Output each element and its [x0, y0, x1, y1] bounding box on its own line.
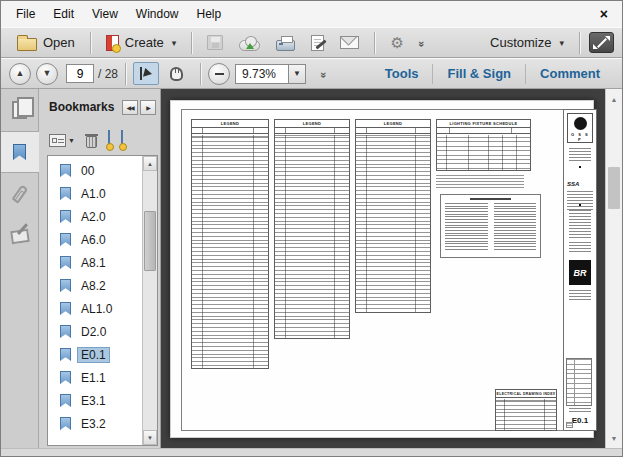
drawing-index-rows	[496, 399, 556, 430]
zoom-level-label: 9.73%	[242, 67, 276, 81]
drawing-index-table: ELECTRICAL DRAWING INDEX	[495, 389, 557, 431]
print-button[interactable]	[268, 31, 303, 55]
bookmark-flag-icon	[60, 187, 71, 200]
firm-logo-letters: G S S P	[568, 132, 592, 142]
bookmark-flag-icon	[60, 325, 71, 338]
highlight-current-bookmark-button[interactable]	[121, 131, 123, 149]
bookmark-flag-icon	[60, 210, 71, 223]
lighting-fixture-schedule: LIGHTING FIXTURE SCHEDULE	[436, 119, 531, 171]
options-list-icon	[49, 134, 66, 147]
bookmark-list-item[interactable]: E3.2	[48, 412, 157, 435]
minus-icon	[215, 73, 224, 75]
bookmark-options-button[interactable]: ▼	[49, 134, 75, 147]
bookmark-flag-icon	[60, 348, 71, 361]
zoom-out-button[interactable]	[208, 63, 230, 85]
email-button[interactable]	[332, 32, 367, 53]
menu-item[interactable]: Help	[188, 3, 231, 25]
divider-dot	[579, 166, 581, 168]
page-thumbnails-tab[interactable]	[1, 89, 39, 131]
consultant-logo-mark: BR	[569, 260, 591, 285]
comment-pane-button[interactable]: Comment	[526, 62, 614, 85]
menu-item[interactable]: Edit	[44, 3, 83, 25]
bookmark-list-item[interactable]: A8.1	[48, 251, 157, 274]
document-scrollbar[interactable]: ▲ ▼	[605, 89, 622, 448]
select-tool-icon	[140, 67, 142, 80]
scrollbar-thumb[interactable]	[608, 167, 620, 209]
expand-panel-button[interactable]: ▶	[140, 100, 156, 115]
delete-bookmark-button[interactable]	[86, 136, 97, 148]
notes-column	[445, 203, 488, 252]
save-button[interactable]	[199, 31, 231, 54]
pdf-page[interactable]: LEGEND LEGEND LEGEND LI	[170, 100, 594, 438]
signatures-tab[interactable]	[1, 215, 39, 257]
bookmark-list-item[interactable]: E0.1	[48, 343, 157, 366]
previous-page-button[interactable]: ▲	[9, 63, 31, 85]
create-pdf-icon	[106, 35, 119, 51]
drawing-index-title: ELECTRICAL DRAWING INDEX	[496, 390, 556, 398]
hand-tool-button[interactable]	[163, 62, 189, 85]
fill-sign-pane-button[interactable]: Fill & Sign	[433, 62, 525, 85]
scrollbar-thumb[interactable]	[144, 211, 156, 271]
bookmarks-tab[interactable]	[1, 131, 39, 173]
menu-item[interactable]: View	[83, 3, 127, 25]
fullscreen-toggle-button[interactable]	[589, 32, 614, 53]
bookmark-label: E1.1	[77, 370, 110, 386]
schedule-header-row	[437, 128, 530, 134]
toolbar-separator	[191, 32, 192, 54]
more-tools-button[interactable]: »	[412, 33, 432, 53]
open-folder-icon	[17, 38, 37, 51]
bookmark-list-item[interactable]: AL1.0	[48, 297, 157, 320]
attachments-tab[interactable]	[1, 173, 39, 215]
bookmarks-header: Bookmarks ◀◀ ▶	[39, 89, 160, 125]
notes-column	[494, 203, 537, 252]
navigation-toolbar: ▲ ▼ / 28 9.73% ▼ » Tools Fill & Sign Com…	[1, 58, 622, 89]
bookmark-list-item[interactable]: D2.0	[48, 320, 157, 343]
sign-document-button[interactable]	[303, 31, 332, 55]
scroll-down-arrow[interactable]: ▼	[606, 430, 622, 446]
bookmark-list-item[interactable]: A2.0	[48, 205, 157, 228]
menu-item[interactable]: File	[7, 3, 44, 25]
legend-rows	[192, 135, 268, 368]
zoom-dropdown-button[interactable]: ▼	[289, 64, 306, 84]
sheet-title-lines	[569, 408, 591, 414]
double-chevron-icon: »	[416, 40, 428, 44]
collapse-panel-button[interactable]: ◀◀	[122, 100, 138, 115]
bookmark-list-item[interactable]: A1.0	[48, 182, 157, 205]
select-tool-button[interactable]	[133, 62, 159, 85]
bookmark-list-item[interactable]: 00	[48, 159, 157, 182]
page-count-label: / 28	[98, 67, 118, 81]
toolbar-separator	[200, 63, 201, 85]
scroll-down-arrow[interactable]: ▼	[143, 430, 157, 445]
bookmark-list-item[interactable]: A6.0	[48, 228, 157, 251]
bookmark-list-item[interactable]: E1.1	[48, 366, 157, 389]
bookmark-list-item[interactable]: E3.1	[48, 389, 157, 412]
bookmark-label: E3.1	[77, 393, 110, 409]
hand-tool-icon	[170, 67, 183, 81]
bookmark-items: 00 A1.0 A2.0 A6.0 A8.1	[48, 156, 157, 435]
create-button[interactable]: Create	[98, 31, 185, 55]
bookmark-list-scrollbar[interactable]: ▲ ▼	[142, 156, 157, 445]
customize-button[interactable]: Customize	[482, 31, 572, 54]
project-name-lines	[569, 210, 591, 238]
open-button[interactable]: Open	[9, 31, 83, 55]
fixture-schedule-title: LIGHTING FIXTURE SCHEDULE	[437, 120, 530, 128]
more-zoom-tools-button[interactable]: »	[314, 64, 334, 84]
bookmark-list-item[interactable]: A8.2	[48, 274, 157, 297]
bookmark-label: A6.0	[77, 232, 110, 248]
next-page-button[interactable]: ▼	[36, 63, 58, 85]
notes-columns	[445, 203, 536, 252]
window-close-button[interactable]: ×	[592, 6, 616, 22]
settings-button[interactable]: ⚙	[382, 31, 411, 54]
zoom-level-value[interactable]: 9.73%	[235, 64, 289, 84]
send-to-cloud-button[interactable]	[231, 31, 268, 55]
legend-header-row	[275, 128, 349, 134]
scroll-up-arrow[interactable]: ▲	[143, 156, 157, 171]
bookmarks-toolbar: ▼	[39, 125, 160, 155]
page-number-input[interactable]	[66, 64, 94, 83]
bookmark-flag-icon	[60, 371, 71, 384]
scroll-up-arrow[interactable]: ▲	[606, 91, 622, 107]
tools-pane-button[interactable]: Tools	[371, 62, 433, 85]
schedule-rows	[437, 135, 530, 170]
menu-item[interactable]: Window	[127, 3, 188, 25]
new-bookmark-button[interactable]	[108, 131, 110, 149]
